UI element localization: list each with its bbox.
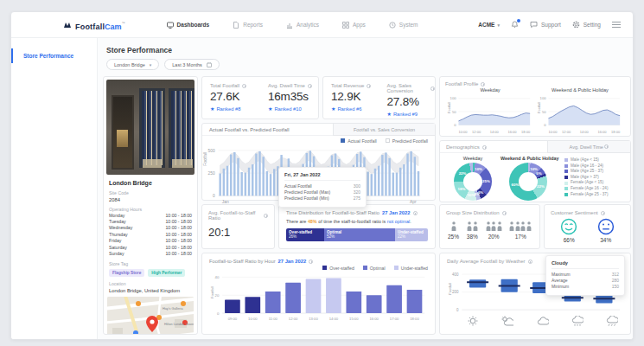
demographics-weekday-donut[interactable]: Weekday 10%25%6%4%10%18%22% <box>445 156 501 201</box>
kpi-card-footfall-dwell: Total Footfall 27.6K ★Ranked #8 Avg. Dwe… <box>201 76 319 119</box>
person-icon <box>520 221 526 231</box>
sidebar-item-store-performance[interactable]: Store Performance <box>11 48 97 63</box>
kpi-rank: ★Ranked #9 <box>387 111 436 117</box>
info-icon[interactable] <box>413 211 418 215</box>
footfallcam-logo[interactable]: FootfallCam™ <box>63 17 125 33</box>
kpi-sales-conversion: Avg. Sales Conversion 27.8% ★Ranked #9 <box>379 77 436 119</box>
app-window: FootfallCam™ Dashboards Reports Analytic… <box>10 11 634 340</box>
tooltip-row: Predicted Footfall (Min)275 <box>284 195 360 202</box>
stack-segment[interactable]: Under-staffed22% <box>395 228 428 241</box>
legend-item: Male (Age 16 - 24) <box>564 163 625 170</box>
setting-button[interactable]: Setting <box>572 21 601 29</box>
info-icon[interactable] <box>481 82 485 86</box>
tab-footfall-vs-sales-conversion[interactable]: Footfall vs. Sales Conversion <box>333 124 435 136</box>
svg-text:18:00: 18:00 <box>410 317 419 321</box>
legend-item: Male (Age < 15) <box>564 157 625 163</box>
nav-item-system[interactable]: System <box>389 22 418 29</box>
date-highlight: 27 Jan 2022 <box>278 259 307 264</box>
info-icon[interactable] <box>367 84 371 88</box>
svg-text:16:00: 16:00 <box>369 317 379 321</box>
nav-item-analytics[interactable]: Analytics <box>286 22 319 29</box>
org-selector[interactable]: ACME▾ <box>478 22 500 28</box>
stack-segment[interactable]: Optimal52% <box>324 228 395 241</box>
tooltip-row: Minimum150 <box>552 284 619 290</box>
svg-text:10:00: 10:00 <box>248 317 258 321</box>
star-icon: ★ <box>331 106 335 112</box>
svg-text:400: 400 <box>452 272 459 277</box>
profile-weekend-chart[interactable]: Weekend & Public Holiday05010010:0012:00… <box>535 87 625 136</box>
svg-text:50: 50 <box>452 110 456 114</box>
kpi-value: 27.8% <box>387 95 436 108</box>
support-button[interactable]: Support <box>530 21 561 29</box>
person-icon <box>486 221 491 231</box>
kpi-value: 16m35s <box>268 90 318 103</box>
weather-sun-cloud-icon <box>501 316 513 327</box>
stack-segment[interactable]: Over-staffed26% <box>286 228 324 241</box>
footfall-chart-card: Actual Footfall vs. Predicted Footfall F… <box>201 123 436 201</box>
kpi-rank: ★Ranked #6 <box>331 106 379 112</box>
kpi-value: 27.6K <box>210 90 260 103</box>
info-icon[interactable] <box>309 260 313 264</box>
weather-axis-icons <box>447 316 623 327</box>
hourly-chart-plot[interactable]: 0204009:0010:0011:0012:0013:0014:0015:00… <box>209 272 428 324</box>
notifications-button[interactable] <box>511 21 519 29</box>
nav-item-apps[interactable]: Apps <box>342 22 366 29</box>
svg-text:Footfall: Footfall <box>448 283 452 295</box>
svg-text:500: 500 <box>208 149 215 153</box>
hours-row: Friday10:00 - 18:00 <box>109 238 192 244</box>
info-icon[interactable] <box>502 211 507 215</box>
logo-icon <box>63 21 72 29</box>
svg-text:0: 0 <box>456 308 459 312</box>
donut-segment-label: 10% <box>466 193 476 197</box>
logo-text: Footfall <box>75 22 105 31</box>
info-icon <box>604 144 609 149</box>
weather-rain-icon <box>571 316 583 327</box>
menu-toggle[interactable] <box>612 22 621 28</box>
svg-text:0: 0 <box>213 194 215 198</box>
info-icon[interactable] <box>308 84 312 88</box>
donut-segment-label: 25% <box>481 179 491 183</box>
donut-segment-label: 22% <box>457 171 468 176</box>
reports-icon <box>233 22 239 29</box>
legend-swatch <box>394 266 399 270</box>
hours-row: Tuesday10:00 - 18:00 <box>109 219 192 225</box>
nav-item-dashboards[interactable]: Dashboards <box>167 22 210 29</box>
tab-actual-vs-predicted[interactable]: Actual Footfall vs. Predicted Footfall <box>209 127 289 132</box>
person-icon <box>473 221 478 231</box>
svg-text:18:00: 18:00 <box>611 130 621 134</box>
info-icon[interactable] <box>430 86 435 91</box>
group-pct: 25% <box>448 234 459 240</box>
group-pct: 17% <box>509 234 532 240</box>
staffing-stacked-bar[interactable]: Over-staffed26%Optimal52%Under-staffed22… <box>286 228 428 241</box>
group-pct: 20% <box>486 234 502 240</box>
group-icons <box>509 220 532 231</box>
legend-swatch <box>363 266 367 270</box>
nav-item-reports[interactable]: Reports <box>233 22 263 29</box>
profile-weekday-chart[interactable]: Weekday05010010:0012:0014:0016:0018:00Fo… <box>445 87 535 136</box>
legend-swatch <box>564 158 568 162</box>
chart-tooltip: Fri, 27 Jan 2022 Actual Footfall300Predi… <box>278 167 367 208</box>
info-icon[interactable] <box>482 145 487 150</box>
info-icon[interactable] <box>242 84 246 88</box>
group-size-item: 20% <box>486 220 502 240</box>
info-icon[interactable] <box>601 211 605 215</box>
time-distribution-note: There are 48% of time the staff-to-footf… <box>286 219 428 224</box>
location-map[interactable]: London Bridge Hay's Galleria Guy's Hospi… <box>107 297 194 335</box>
info-icon[interactable] <box>264 214 268 218</box>
store-filter-dropdown[interactable]: London Bridge▾ <box>106 59 159 70</box>
info-icon[interactable] <box>528 260 532 264</box>
demographics-weekend-donut[interactable]: Weekend & Public Holiday 10%6%22%60% <box>501 156 556 201</box>
svg-text:100: 100 <box>450 96 457 100</box>
legend-swatch <box>341 138 345 143</box>
group-size-items: 25%38%20%17% <box>446 220 533 240</box>
tab-avg-dwell-time[interactable]: Avg. Dwell Time <box>547 141 630 153</box>
svg-text:09:00: 09:00 <box>228 317 238 321</box>
date-filter-dropdown[interactable]: Last 3 Months <box>164 59 220 70</box>
sentiment-positive: 66% <box>560 218 577 243</box>
content-area: Store Performance London Bridge▾ Last 3 … <box>98 38 633 339</box>
tooltip-row: Average280 <box>552 278 619 284</box>
hours-row: Monday10:00 - 18:00 <box>109 213 192 219</box>
footfall-chart-plot[interactable]: Footfall 0250500JanFebMarApr Fri, 27 Jan… <box>204 144 431 198</box>
legend-item: Male (Age > 37) <box>564 175 625 181</box>
svg-text:17:00: 17:00 <box>390 317 399 321</box>
